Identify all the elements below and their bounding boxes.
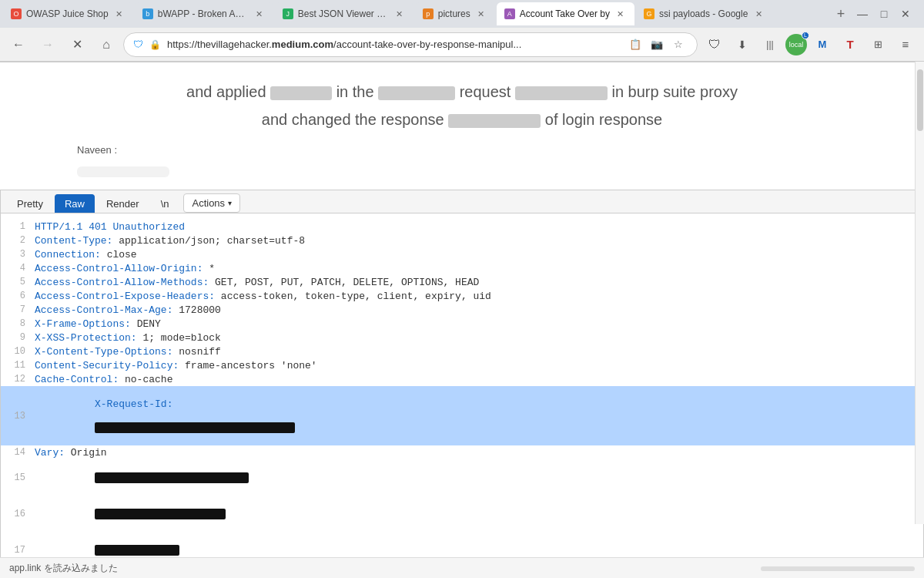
- vertical-scrollbar[interactable]: [915, 62, 924, 524]
- window-controls: — □ ✕: [853, 5, 921, 23]
- status-text: app.link を読み込みました: [9, 562, 761, 575]
- article-text-in-the: in the: [336, 83, 378, 100]
- tab-ssi[interactable]: Gssi payloads - Google✕: [636, 2, 772, 25]
- pocket-icon[interactable]: |||: [758, 32, 782, 57]
- article-text-changed: and changed the response: [262, 111, 448, 128]
- response-body: 1 HTTP/1.1 401 Unauthorized 2 Content-Ty…: [1, 213, 923, 557]
- tab-owasp[interactable]: OOWASP Juice Shop✕: [3, 2, 133, 25]
- tab-raw[interactable]: Raw: [55, 194, 95, 213]
- vscroll-thumb[interactable]: [917, 69, 923, 131]
- burp-response-panel: Pretty Raw Render \n Actions ▾ 1 HTTP/1.…: [0, 190, 924, 557]
- tab-pictures[interactable]: ppictures✕: [415, 2, 495, 25]
- resp-line-5: 5 Access-Control-Allow-Methods: GET, POS…: [1, 275, 923, 289]
- actions-chevron-icon: ▾: [228, 199, 232, 207]
- close-button[interactable]: ✕: [896, 5, 915, 23]
- resp-line-12: 12 Cache-Control: no-cache: [1, 372, 923, 386]
- maximize-button[interactable]: □: [875, 5, 893, 23]
- resp-line-15: 15: [1, 459, 923, 496]
- tab-close-json[interactable]: ✕: [393, 8, 406, 20]
- tab-favicon-ssi: G: [644, 8, 654, 19]
- tab-label-pictures: pictures: [438, 8, 470, 19]
- tab-favicon-pictures: p: [423, 8, 434, 19]
- minimize-button[interactable]: —: [853, 5, 872, 23]
- resp-line-2: 2 Content-Type: application/json; charse…: [1, 234, 923, 247]
- translate-icon[interactable]: T: [838, 32, 862, 57]
- article-text-login: of login response: [545, 111, 662, 128]
- status-progress: [761, 566, 915, 571]
- tab-close-owasp[interactable]: ✕: [113, 8, 126, 20]
- tab-close-pictures[interactable]: ✕: [475, 8, 487, 20]
- tab-favicon-json: J: [283, 8, 293, 19]
- toolbar-icons: 🛡 ⬇ ||| local L M T ⊞ ≡: [702, 32, 918, 57]
- article-text-and-applied: and applied: [186, 83, 270, 100]
- extensions-icon[interactable]: ⊞: [865, 32, 890, 57]
- navigation-bar: ← → ✕ ⌂ 🛡 🔒 https://thevillagehacker.med…: [0, 28, 924, 62]
- status-bar: app.link を読み込みました: [0, 557, 924, 578]
- article-text-burp: in burp suite proxy: [612, 83, 738, 100]
- resp-line-7: 7 Access-Control-Max-Age: 1728000: [1, 303, 923, 317]
- tab-json[interactable]: JBest JSON Viewer and...✕: [275, 2, 413, 25]
- redacted-3: [515, 86, 608, 100]
- resp-line-8: 8 X-Frame-Options: DENY: [1, 317, 923, 331]
- article-line-2: and changed the response of login respon…: [77, 106, 847, 133]
- tab-pretty[interactable]: Pretty: [7, 194, 53, 213]
- redact-request-id: [95, 422, 295, 433]
- tab-render[interactable]: Render: [96, 194, 149, 213]
- tab-favicon-owasp: O: [11, 8, 22, 19]
- response-tab-bar: Pretty Raw Render \n Actions ▾: [1, 190, 923, 213]
- resp-line-10: 10 X-Content-Type-Options: nosniff: [1, 344, 923, 358]
- tab-label-json: Best JSON Viewer and...: [298, 8, 389, 19]
- actions-button[interactable]: Actions ▾: [183, 193, 240, 213]
- actions-label: Actions: [192, 197, 225, 209]
- resp-line-1: 1 HTTP/1.1 401 Unauthorized: [1, 220, 923, 234]
- resp-line-13: 13 X-Request-Id:: [1, 386, 923, 445]
- tab-close-ssi[interactable]: ✕: [752, 8, 765, 20]
- download-icon[interactable]: ⬇: [730, 32, 755, 57]
- shield-toolbar-icon[interactable]: 🛡: [702, 32, 727, 57]
- tab-n[interactable]: \n: [151, 194, 179, 213]
- tab-label-bwapp: bWAPP - Broken Auth...: [158, 8, 249, 19]
- lock-icon: 🔒: [149, 39, 161, 50]
- home-button[interactable]: ⌂: [94, 32, 119, 57]
- screenshot-icon[interactable]: 📷: [648, 35, 666, 54]
- tab-bwapp[interactable]: bbWAPP - Broken Auth...✕: [135, 2, 273, 25]
- tab-favicon-bwapp: b: [142, 8, 153, 19]
- redacted-1: [270, 86, 332, 100]
- article-section: and applied in the request in burp suite…: [0, 62, 924, 141]
- tab-bar: OOWASP Juice Shop✕bbWAPP - Broken Auth..…: [0, 0, 924, 28]
- resp-line-3: 3 Connection: close: [1, 247, 923, 261]
- resp-line-4: 4 Access-Control-Allow-Origin: *: [1, 261, 923, 275]
- redacted-2: [378, 86, 455, 100]
- article-text-request: request: [460, 83, 515, 100]
- tab-close-bwapp[interactable]: ✕: [253, 8, 266, 20]
- menu-icon[interactable]: ≡: [893, 32, 918, 57]
- url-display: https://thevillagehacker.medium.com/acco…: [167, 39, 620, 50]
- redact-line-17: [95, 545, 179, 556]
- sync-icon[interactable]: M: [810, 32, 835, 57]
- forward-button[interactable]: →: [35, 32, 60, 57]
- redacted-4: [448, 114, 541, 128]
- tab-account[interactable]: AAccount Take Over by✕: [497, 2, 634, 25]
- tab-favicon-account: A: [504, 8, 515, 19]
- reader-mode-icon[interactable]: 📋: [626, 35, 644, 54]
- resp-line-17: 17: [1, 532, 923, 557]
- resp-line-9: 9 X-XSS-Protection: 1; mode=block: [1, 331, 923, 344]
- back-button[interactable]: ←: [6, 32, 31, 57]
- author-label: Naveen :: [0, 141, 924, 156]
- tab-label-account: Account Take Over by: [520, 8, 610, 19]
- tab-close-account[interactable]: ✕: [614, 8, 627, 20]
- redact-line-16: [95, 509, 226, 519]
- address-bar[interactable]: 🛡 🔒 https://thevillagehacker.medium.com/…: [123, 32, 698, 57]
- resp-line-14: 14 Vary: Origin: [1, 445, 923, 459]
- new-tab-button[interactable]: +: [830, 3, 852, 25]
- resp-line-6: 6 Access-Control-Expose-Headers: access-…: [1, 289, 923, 303]
- reload-button[interactable]: ✕: [65, 32, 89, 57]
- article-line-1: and applied in the request in burp suite…: [77, 78, 847, 106]
- tab-label-owasp: OWASP Juice Shop: [26, 8, 109, 19]
- page-content: and applied in the request in burp suite…: [0, 62, 924, 557]
- profile-icon[interactable]: local L: [785, 34, 807, 55]
- resp-line-16: 16: [1, 496, 923, 532]
- redact-line-15: [95, 472, 249, 483]
- bookmark-icon[interactable]: ☆: [669, 35, 688, 54]
- shield-icon: 🛡: [133, 39, 143, 50]
